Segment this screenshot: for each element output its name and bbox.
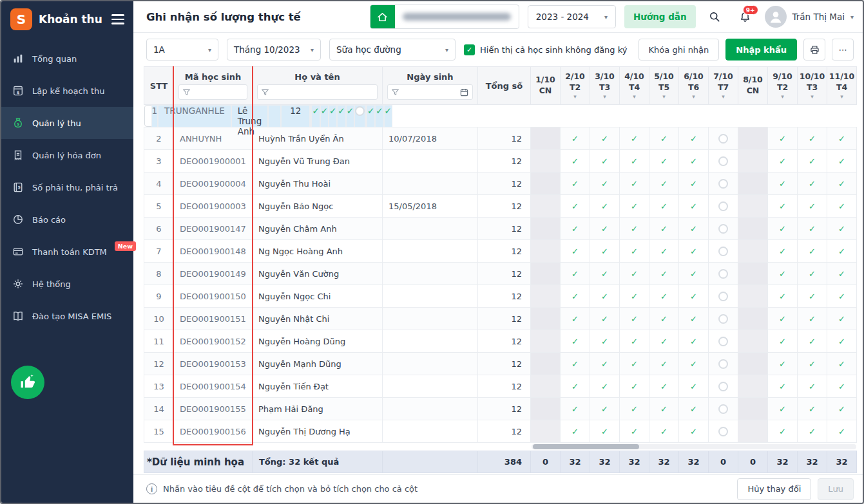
attendance-cell[interactable] bbox=[709, 195, 738, 218]
date-column-header[interactable]: 1/10CN bbox=[531, 67, 561, 105]
student-row[interactable]: 7DEO001900148Ng Ngọc Hoàng Anh12✓✓✓✓✓✓✓✓ bbox=[144, 240, 857, 263]
attendance-cell[interactable]: ✓ bbox=[561, 330, 590, 353]
attendance-cell[interactable]: ✓ bbox=[620, 353, 649, 375]
toggle-circle-icon[interactable] bbox=[718, 179, 728, 189]
date-column-header[interactable]: 5/10T5▾ bbox=[649, 67, 679, 105]
toggle-circle-icon[interactable] bbox=[718, 337, 728, 346]
cancel-changes-button[interactable]: Hủy thay đổi bbox=[737, 478, 811, 500]
date-column-header[interactable]: 6/10T6▾ bbox=[679, 67, 709, 105]
attendance-cell[interactable]: ✓ bbox=[620, 218, 649, 240]
attendance-cell[interactable]: ✓ bbox=[798, 150, 827, 173]
attendance-cell[interactable]: ✓ bbox=[768, 308, 798, 330]
attendance-cell[interactable]: ✓ bbox=[768, 150, 798, 173]
dob-filter-input[interactable] bbox=[387, 84, 473, 100]
attendance-cell[interactable]: ✓ bbox=[649, 375, 679, 398]
attendance-cell[interactable]: ✓ bbox=[827, 330, 857, 353]
toggle-circle-icon[interactable] bbox=[718, 269, 728, 279]
attendance-cell[interactable]: ✓ bbox=[798, 195, 827, 218]
attendance-cell[interactable]: ✓ bbox=[827, 375, 857, 398]
sidebar-item-reports[interactable]: Báo cáo bbox=[1, 203, 133, 236]
attendance-cell[interactable] bbox=[709, 218, 738, 240]
attendance-cell[interactable]: ✓ bbox=[561, 420, 590, 443]
attendance-cell[interactable]: ✓ bbox=[620, 330, 649, 353]
attendance-cell[interactable]: ✓ bbox=[679, 173, 709, 195]
attendance-cell[interactable]: ✓ bbox=[649, 150, 679, 173]
chevron-down-icon[interactable]: ▾ bbox=[840, 93, 843, 100]
attendance-cell[interactable]: ✓ bbox=[620, 150, 649, 173]
attendance-cell[interactable]: ✓ bbox=[649, 173, 679, 195]
attendance-cell[interactable]: ✓ bbox=[679, 330, 709, 353]
attendance-cell[interactable]: ✓ bbox=[561, 218, 590, 240]
attendance-cell[interactable] bbox=[354, 105, 365, 127]
sidebar-item-system[interactable]: Hệ thống bbox=[1, 268, 133, 300]
attendance-cell[interactable]: ✓ bbox=[679, 127, 709, 150]
date-column-header[interactable]: 4/10T4▾ bbox=[620, 67, 649, 105]
attendance-cell[interactable]: ✓ bbox=[590, 375, 620, 398]
attendance-cell[interactable]: ✓ bbox=[649, 218, 679, 240]
student-row[interactable]: 4DEO001900004Nguyễn Thu Hoài12✓✓✓✓✓✓✓✓ bbox=[144, 173, 857, 195]
attendance-cell[interactable] bbox=[709, 420, 738, 443]
sidebar-item-receivables[interactable]: $Số phải thu, phải trả bbox=[1, 171, 133, 203]
attendance-cell[interactable]: ✓ bbox=[590, 127, 620, 150]
attendance-cell[interactable]: ✓ bbox=[561, 263, 590, 285]
attendance-cell[interactable] bbox=[709, 308, 738, 330]
attendance-cell[interactable]: ✓ bbox=[561, 353, 590, 375]
attendance-cell[interactable]: ✓ bbox=[679, 263, 709, 285]
attendance-cell[interactable]: ✓ bbox=[768, 127, 798, 150]
attendance-cell[interactable]: ✓ bbox=[768, 240, 798, 263]
attendance-cell[interactable]: ✓ bbox=[798, 285, 827, 308]
attendance-cell[interactable]: ✓ bbox=[590, 173, 620, 195]
attendance-cell[interactable]: ✓ bbox=[768, 420, 798, 443]
attendance-cell[interactable] bbox=[709, 330, 738, 353]
school-year-select[interactable]: 2023 - 2024 ▾ bbox=[528, 5, 616, 28]
attendance-cell[interactable]: ✓ bbox=[590, 285, 620, 308]
attendance-cell[interactable]: ✓ bbox=[679, 195, 709, 218]
student-row[interactable]: 9DEO001900150Nguyễn Ngọc Chi12✓✓✓✓✓✓✓✓ bbox=[144, 285, 857, 308]
attendance-cell[interactable]: ✓ bbox=[590, 263, 620, 285]
show-unregistered-checkbox[interactable]: ✓ Hiển thị cả học sinh không đăng ký bbox=[464, 44, 628, 55]
attendance-cell[interactable]: ✓ bbox=[649, 398, 679, 420]
attendance-cell[interactable]: ✓ bbox=[798, 375, 827, 398]
column-header-total[interactable]: Tổng số bbox=[478, 67, 531, 105]
attendance-cell[interactable]: ✓ bbox=[590, 398, 620, 420]
attendance-cell[interactable]: ✓ bbox=[679, 420, 709, 443]
more-options-button[interactable]: ⋯ bbox=[832, 39, 854, 61]
user-menu[interactable]: Trần Thị Mai ▾ bbox=[765, 6, 854, 28]
attendance-cell[interactable]: ✓ bbox=[561, 150, 590, 173]
student-row[interactable]: 5DEO001900003Nguyễn Bảo Ngọc15/05/201812… bbox=[144, 195, 857, 218]
attendance-cell[interactable]: ✓ bbox=[649, 285, 679, 308]
code-filter-input[interactable] bbox=[178, 84, 247, 100]
attendance-cell[interactable]: ✓ bbox=[679, 398, 709, 420]
attendance-cell[interactable] bbox=[709, 173, 738, 195]
attendance-cell[interactable]: ✓ bbox=[649, 195, 679, 218]
student-row[interactable]: 11DEO001900152Nguyễn Hoàng Dũng12✓✓✓✓✓✓✓… bbox=[144, 330, 857, 353]
school-selector[interactable] bbox=[370, 5, 519, 29]
attendance-cell[interactable]: ✓ bbox=[561, 173, 590, 195]
attendance-cell[interactable]: ✓ bbox=[798, 127, 827, 150]
attendance-cell[interactable]: ✓ bbox=[827, 240, 857, 263]
toggle-circle-icon[interactable] bbox=[718, 156, 728, 166]
date-column-header[interactable]: 9/10T2▾ bbox=[768, 67, 798, 105]
attendance-cell[interactable]: ✓ bbox=[561, 308, 590, 330]
attendance-cell[interactable]: ✓ bbox=[798, 240, 827, 263]
attendance-cell[interactable]: ✓ bbox=[827, 218, 857, 240]
notification-bell-icon[interactable]: 9+ bbox=[734, 6, 756, 28]
home-icon[interactable] bbox=[370, 5, 395, 29]
attendance-cell[interactable]: ✓ bbox=[798, 173, 827, 195]
toggle-circle-icon[interactable] bbox=[718, 247, 728, 256]
scrollbar-thumb[interactable] bbox=[533, 444, 639, 449]
attendance-cell[interactable]: ✓ bbox=[649, 127, 679, 150]
sidebar-item-fee-management[interactable]: $Quản lý thu bbox=[1, 107, 133, 139]
class-select[interactable]: 1A ▾ bbox=[146, 39, 218, 61]
student-row[interactable]: 12DEO001900153Nguyễn Mạnh Dũng12✓✓✓✓✓✓✓✓ bbox=[144, 353, 857, 375]
date-column-header[interactable]: 3/10T3▾ bbox=[590, 67, 620, 105]
attendance-cell[interactable]: ✓ bbox=[620, 420, 649, 443]
attendance-cell[interactable]: ✓ bbox=[561, 127, 590, 150]
sidebar-item-cashless-payment[interactable]: Thanh toán KDTMNew bbox=[1, 236, 133, 268]
attendance-cell[interactable] bbox=[709, 353, 738, 375]
attendance-cell[interactable]: ✓ bbox=[384, 105, 392, 127]
sidebar-item-invoice-management[interactable]: Quản lý hóa đơn bbox=[1, 139, 133, 171]
toggle-circle-icon[interactable] bbox=[718, 314, 728, 324]
chevron-down-icon[interactable]: ▾ bbox=[781, 93, 784, 100]
attendance-cell[interactable]: ✓ bbox=[827, 195, 857, 218]
